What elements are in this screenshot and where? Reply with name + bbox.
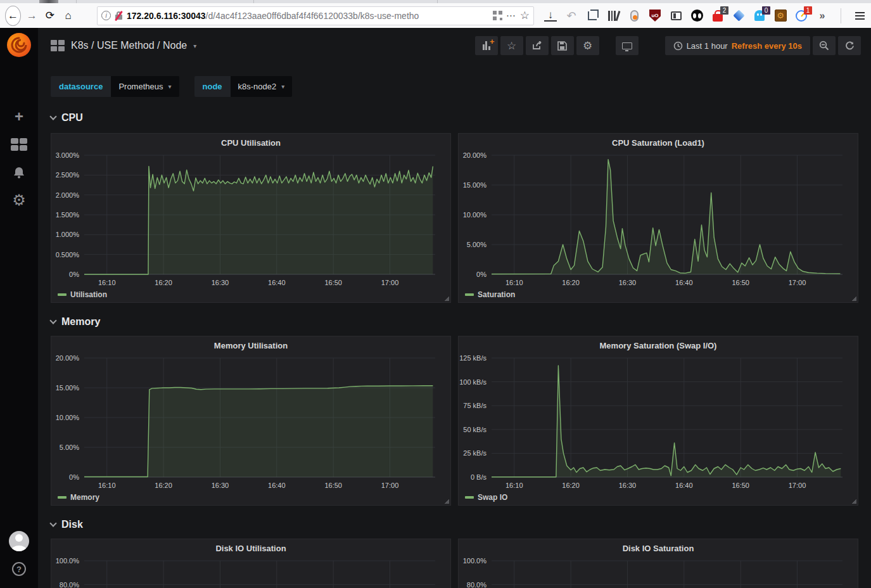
variable-datasource-value[interactable]: Prometheus▾ bbox=[111, 76, 179, 97]
legend-label[interactable]: Memory bbox=[70, 493, 99, 502]
svg-text:16:20: 16:20 bbox=[155, 279, 172, 286]
panel-resize-handle[interactable] bbox=[851, 296, 856, 301]
legend: Saturation bbox=[459, 288, 858, 301]
memory-utilisation-chart[interactable]: 16:1016:2016:3016:4016:5017:000%5.00%10.… bbox=[51, 354, 450, 491]
clock-badge: 1 bbox=[804, 6, 812, 15]
panel-memory-saturation: Memory Saturation (Swap I/O) 16:1016:201… bbox=[458, 336, 858, 506]
tab-strip[interactable] bbox=[0, 0, 871, 3]
qr-code-icon[interactable] bbox=[493, 11, 502, 20]
sidebar-alerting-button[interactable] bbox=[0, 158, 38, 186]
panel-title[interactable]: CPU Saturation (Load1) bbox=[459, 134, 858, 151]
overflow-chevron-icon[interactable]: » bbox=[816, 10, 829, 22]
disk-io-saturation-chart[interactable]: 16:1016:2016:3016:4016:5017:00100.0%80.0… bbox=[459, 557, 858, 588]
panel-memory-utilisation: Memory Utilisation 16:1016:2016:3016:401… bbox=[51, 336, 451, 506]
sidebar-dashboards-button[interactable] bbox=[0, 131, 38, 158]
chevron-down-icon bbox=[49, 317, 56, 324]
svg-text:17:00: 17:00 bbox=[789, 279, 806, 286]
mark-favorite-button[interactable]: ☆ bbox=[500, 36, 523, 55]
svg-text:16:10: 16:10 bbox=[505, 482, 523, 489]
screenshot-crop-icon[interactable] bbox=[586, 10, 599, 22]
row-title-memory: Memory bbox=[61, 316, 100, 328]
menu-button[interactable] bbox=[853, 10, 866, 22]
proxy-pill-icon[interactable] bbox=[628, 10, 640, 22]
cpu-saturation-chart[interactable]: 16:1016:2016:3016:4016:5017:000%5.00%10.… bbox=[459, 151, 858, 288]
refresh-icon bbox=[845, 41, 855, 51]
cycle-view-button[interactable] bbox=[616, 36, 639, 55]
browser-chrome: ← → ⟳ ⌂ i 172.20.6.116:30043/d/4ac4f123a… bbox=[0, 0, 871, 28]
toolbar-divider bbox=[841, 8, 841, 23]
dashboard-grid-icon bbox=[51, 40, 65, 51]
library-icon[interactable] bbox=[607, 10, 620, 22]
panel-title[interactable]: Disk IO Utilisation bbox=[51, 539, 450, 557]
panel-cpu-utilisation: CPU Utilisation 16:1016:2016:3016:4016:5… bbox=[51, 133, 451, 303]
variable-datasource: datasource Prometheus▾ bbox=[51, 76, 179, 97]
panel-resize-handle[interactable] bbox=[851, 499, 856, 504]
sidebar-toggle-icon[interactable] bbox=[670, 10, 682, 22]
dashboard-settings-button[interactable]: ⚙ bbox=[576, 36, 599, 55]
downloads-icon[interactable]: ↓ bbox=[544, 10, 557, 22]
refresh-dashboard-button[interactable] bbox=[838, 36, 861, 55]
sidebar-configuration-button[interactable]: ⚙ bbox=[0, 186, 38, 214]
undo-extension-icon[interactable]: ↶ bbox=[565, 10, 578, 22]
forward-button[interactable]: → bbox=[25, 6, 39, 25]
add-panel-button[interactable]: + bbox=[475, 36, 498, 55]
legend-swatch bbox=[465, 293, 474, 296]
svg-text:17:00: 17:00 bbox=[789, 482, 806, 489]
back-button[interactable]: ← bbox=[5, 6, 21, 26]
legend-label[interactable]: Swap IO bbox=[478, 493, 507, 502]
save-dashboard-button[interactable] bbox=[551, 36, 574, 55]
password-lock-icon[interactable]: 2 bbox=[711, 10, 724, 22]
ghostery-icon[interactable]: 0 bbox=[753, 10, 766, 22]
memory-saturation-chart[interactable]: 16:1016:2016:3016:4016:5017:000 B/s25 kB… bbox=[459, 354, 858, 491]
disk-io-utilisation-chart[interactable]: 16:1016:2016:3016:4016:5017:00100.0%80.0… bbox=[51, 557, 450, 588]
row-title-disk: Disk bbox=[61, 519, 83, 530]
cpu-utilisation-chart[interactable]: 16:1016:2016:3016:4016:5017:000%0.500%1.… bbox=[51, 151, 450, 288]
legend-label[interactable]: Saturation bbox=[478, 290, 515, 299]
panel-resize-handle[interactable] bbox=[444, 296, 449, 301]
time-picker-button[interactable]: Last 1 hour Refresh every 10s bbox=[665, 36, 810, 55]
dashboard-main: K8s / USE Method / Node ▾ + ☆ bbox=[38, 28, 871, 588]
svg-text:100.0%: 100.0% bbox=[463, 557, 487, 565]
ublock-origin-icon[interactable]: uO bbox=[649, 10, 661, 22]
row-header-disk[interactable]: Disk bbox=[38, 516, 871, 533]
panel-title[interactable]: CPU Utilisation bbox=[51, 134, 450, 151]
svg-text:2.000%: 2.000% bbox=[56, 191, 80, 199]
sidebar-help-button[interactable]: ? bbox=[0, 555, 38, 583]
url-bar[interactable]: i 172.20.6.116:30043/d/4ac4f123aae0ff6db… bbox=[97, 6, 534, 25]
gear-extension-icon[interactable]: ⚙ bbox=[774, 10, 787, 22]
svg-text:100 kB/s: 100 kB/s bbox=[459, 378, 486, 386]
svg-text:16:30: 16:30 bbox=[619, 279, 637, 286]
svg-text:16:50: 16:50 bbox=[324, 279, 342, 286]
privacy-eyes-icon[interactable] bbox=[690, 10, 703, 22]
history-clock-icon[interactable]: 1 bbox=[795, 10, 808, 22]
dashboard-title-button[interactable]: K8s / USE Method / Node ▾ bbox=[51, 40, 196, 51]
panel-title[interactable]: Memory Utilisation bbox=[51, 336, 450, 354]
url-text[interactable]: 172.20.6.116:30043/d/4ac4f123aae0ff6dbaf… bbox=[127, 11, 489, 21]
home-button[interactable]: ⌂ bbox=[61, 6, 75, 25]
svg-text:16:10: 16:10 bbox=[98, 279, 116, 286]
variable-node-value[interactable]: k8s-node2▾ bbox=[231, 76, 293, 97]
page-info-icon[interactable]: i bbox=[101, 11, 111, 20]
panel-title[interactable]: Memory Saturation (Swap I/O) bbox=[459, 336, 858, 354]
page-actions-icon[interactable]: ⋯ bbox=[506, 10, 516, 22]
sidebar-create-button[interactable]: + bbox=[0, 103, 38, 131]
legend-label[interactable]: Utilisation bbox=[70, 290, 107, 299]
svg-text:16:30: 16:30 bbox=[212, 482, 229, 489]
gem-extension-icon[interactable] bbox=[732, 10, 745, 22]
reload-button[interactable]: ⟳ bbox=[43, 6, 58, 25]
row-header-memory[interactable]: Memory bbox=[38, 314, 871, 330]
grafana-logo[interactable] bbox=[7, 33, 31, 57]
svg-text:16:30: 16:30 bbox=[212, 279, 229, 286]
svg-text:0%: 0% bbox=[69, 473, 79, 481]
user-avatar bbox=[9, 531, 29, 551]
chevron-down-icon bbox=[49, 113, 56, 120]
zoom-out-button[interactable] bbox=[813, 36, 836, 55]
chevron-down-icon bbox=[49, 520, 56, 527]
panel-title[interactable]: Disk IO Saturation bbox=[459, 539, 858, 557]
row-header-cpu[interactable]: CPU bbox=[38, 110, 871, 126]
bookmark-star-icon[interactable]: ☆ bbox=[520, 9, 530, 22]
sidebar-user-button[interactable] bbox=[0, 527, 38, 555]
panel-resize-handle[interactable] bbox=[444, 499, 449, 504]
insecure-lock-icon[interactable] bbox=[115, 11, 123, 20]
share-dashboard-button[interactable] bbox=[526, 36, 549, 55]
